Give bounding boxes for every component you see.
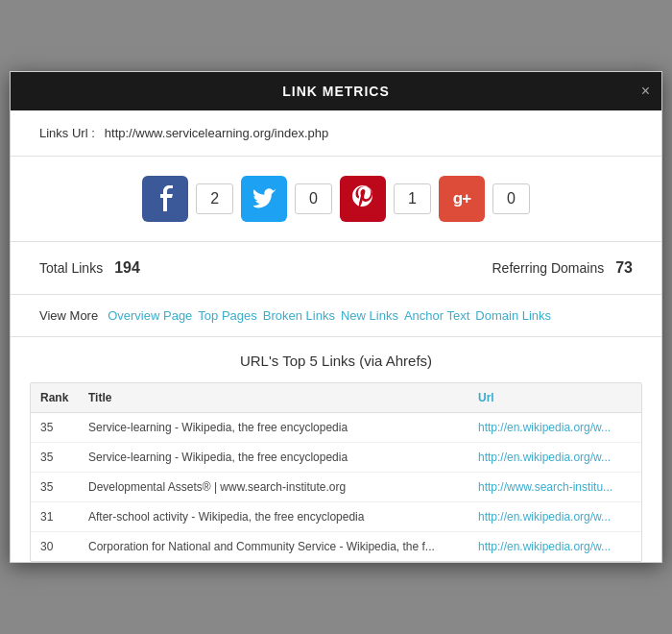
social-icons-row: 2 0 1 g+ 0 [11, 157, 661, 242]
referring-domains-label: Referring Domains [492, 260, 604, 276]
table-row: 35 Service-learning - Wikipedia, the fre… [31, 413, 641, 443]
view-more-link-5[interactable]: Domain Links [475, 308, 551, 323]
links-url-row: Links Url : http://www.servicelearning.o… [11, 110, 661, 157]
rank-cell: 35 [31, 473, 79, 502]
modal-header: LINK METRICS × [11, 72, 661, 110]
total-links-value: 194 [114, 259, 140, 277]
rank-cell: 30 [31, 532, 79, 562]
view-more-link-2[interactable]: Broken Links [263, 308, 335, 323]
rank-cell: 31 [31, 502, 79, 532]
metrics-row: Total Links 194 Referring Domains 73 [11, 242, 661, 295]
referring-domains-block: Referring Domains 73 [492, 259, 633, 277]
title-cell: Service-learning - Wikipedia, the free e… [79, 443, 468, 473]
googleplus-count: 0 [492, 183, 530, 214]
googleplus-icon: g+ [439, 176, 485, 222]
view-more-row: View More Overview Page Top Pages Broken… [11, 295, 661, 337]
links-url-label: Links Url : [39, 126, 95, 140]
table-row: 35 Service-learning - Wikipedia, the fre… [31, 443, 641, 473]
total-links-label: Total Links [39, 260, 103, 276]
title-cell: After-school activity - Wikipedia, the f… [79, 502, 468, 532]
pinterest-count: 1 [394, 183, 431, 214]
twitter-icon [241, 176, 287, 222]
col-url: Url [468, 383, 641, 413]
modal-body: Links Url : http://www.servicelearning.o… [11, 110, 661, 562]
url-cell: http://en.wikipedia.org/w... [468, 502, 641, 532]
referring-domains-value: 73 [615, 259, 633, 277]
modal-container: LINK METRICS × Links Url : http://www.se… [10, 71, 662, 563]
close-button[interactable]: × [641, 84, 650, 99]
view-more-link-1[interactable]: Top Pages [198, 308, 256, 323]
url-cell: http://en.wikipedia.org/w... [468, 443, 641, 473]
url-cell: http://en.wikipedia.org/w... [468, 413, 641, 443]
links-url-value: http://www.servicelearning.org/index.php [105, 126, 328, 140]
view-more-link-0[interactable]: Overview Page [108, 308, 192, 323]
title-cell: Developmental Assets® | www.search-insti… [79, 473, 468, 502]
view-more-link-4[interactable]: Anchor Text [404, 308, 469, 323]
title-cell: Service-learning - Wikipedia, the free e… [79, 413, 468, 443]
table-row: 31 After-school activity - Wikipedia, th… [31, 502, 641, 532]
table-row: 30 Corporation for National and Communit… [31, 532, 641, 562]
modal-title: LINK METRICS [282, 84, 390, 99]
view-more-label: View More [39, 308, 98, 323]
pinterest-icon [340, 176, 386, 222]
table-row: 35 Developmental Assets® | www.search-in… [31, 473, 641, 502]
rank-cell: 35 [31, 443, 79, 473]
url-cell: http://en.wikipedia.org/w... [468, 532, 641, 562]
title-cell: Corporation for National and Community S… [79, 532, 468, 562]
col-rank: Rank [31, 383, 79, 413]
total-links-block: Total Links 194 [39, 259, 140, 277]
rank-cell: 35 [31, 413, 79, 443]
table-header-row: Rank Title Url [31, 383, 641, 413]
view-more-link-3[interactable]: New Links [341, 308, 398, 323]
facebook-icon [142, 176, 188, 222]
twitter-count: 0 [295, 183, 332, 214]
top5-title: URL's Top 5 Links (via Ahrefs) [30, 353, 642, 369]
url-cell: http://www.search-institu... [468, 473, 641, 502]
top5-table: Rank Title Url 35 Service-learning - Wik… [31, 383, 641, 561]
top5-section: URL's Top 5 Links (via Ahrefs) Rank Titl… [11, 337, 661, 562]
top5-table-container: Rank Title Url 35 Service-learning - Wik… [30, 382, 642, 562]
col-title: Title [79, 383, 468, 413]
facebook-count: 2 [196, 183, 233, 214]
